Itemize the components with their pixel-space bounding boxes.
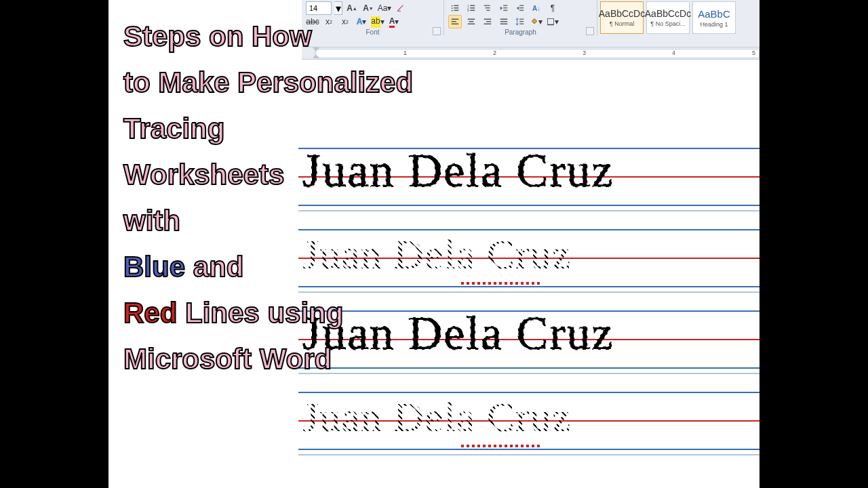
decrease-indent-button[interactable]	[497, 1, 511, 15]
svg-rect-13	[486, 7, 490, 8]
show-marks-button[interactable]: ¶	[546, 1, 559, 15]
paragraph-dialog-launcher[interactable]	[586, 27, 594, 35]
grow-font-button[interactable]: A▲	[345, 1, 359, 15]
svg-rect-17	[503, 10, 507, 11]
svg-rect-34	[519, 21, 524, 22]
font-size-input[interactable]: 14	[306, 1, 332, 15]
svg-rect-19	[519, 7, 524, 8]
video-title-overlay: Steps on How to Make Personalized Tracin…	[123, 14, 503, 382]
borders-button[interactable]: ▾	[546, 15, 559, 28]
style-no-spacing[interactable]: AaBbCcDc ¶ No Spaci...	[646, 1, 690, 34]
svg-rect-36	[548, 19, 554, 25]
style-normal[interactable]: AaBbCcDc ¶ Normal	[600, 1, 644, 34]
tracing-line-4: Juan Dela Cruz	[298, 392, 760, 454]
title-line: Blue and	[123, 244, 503, 290]
title-line: Worksheets	[123, 152, 503, 198]
svg-rect-3	[454, 7, 458, 8]
svg-point-2	[452, 7, 453, 9]
svg-rect-12	[484, 5, 490, 6]
style-heading-1[interactable]: AaBbC Heading 1	[692, 1, 736, 34]
title-line: Microsoft Word	[123, 336, 503, 382]
svg-rect-18	[519, 5, 524, 6]
svg-rect-5	[454, 10, 458, 11]
svg-rect-16	[503, 7, 507, 8]
svg-rect-11	[470, 10, 475, 11]
svg-point-0	[452, 5, 453, 7]
title-line: to Make Personalized	[123, 60, 503, 106]
sort-button[interactable]: A↓	[530, 1, 543, 15]
spellcheck-squiggle	[461, 445, 542, 447]
svg-rect-20	[519, 10, 524, 11]
title-line: with	[123, 198, 503, 244]
increase-indent-button[interactable]	[513, 1, 527, 15]
multilevel-list-button[interactable]	[481, 1, 494, 15]
line-spacing-button[interactable]	[513, 15, 527, 28]
font-size-dropdown[interactable]: ▾	[334, 1, 342, 15]
svg-rect-1	[454, 5, 458, 6]
title-line: Tracing	[123, 106, 503, 152]
svg-rect-35	[519, 24, 524, 24]
styles-group: AaBbCcDc ¶ Normal AaBbCcDc ¶ No Spaci...…	[597, 0, 760, 35]
svg-rect-15	[503, 5, 507, 6]
app-frame: 14 ▾ A▲ A▼ Aa▾ abc x2 x2 A▾ ab▾ A▾ Font	[108, 0, 760, 488]
title-line: Red Lines using	[123, 290, 503, 336]
tracing-text-cursive: Juan Dela Cruz	[302, 393, 571, 441]
numbering-button[interactable]: 123	[465, 1, 478, 15]
change-case-button[interactable]: Aa▾	[378, 1, 391, 15]
svg-text:3: 3	[467, 9, 469, 12]
svg-rect-14	[486, 10, 490, 11]
bullets-button[interactable]	[448, 1, 462, 15]
clear-formatting-button[interactable]	[394, 1, 408, 15]
svg-rect-7	[470, 5, 475, 6]
svg-rect-9	[470, 7, 475, 8]
svg-rect-33	[519, 19, 524, 20]
title-line: Steps on How	[123, 14, 503, 60]
shrink-font-button[interactable]: A▼	[361, 1, 375, 15]
shading-button[interactable]: ▾	[530, 15, 543, 28]
svg-point-4	[452, 10, 453, 12]
